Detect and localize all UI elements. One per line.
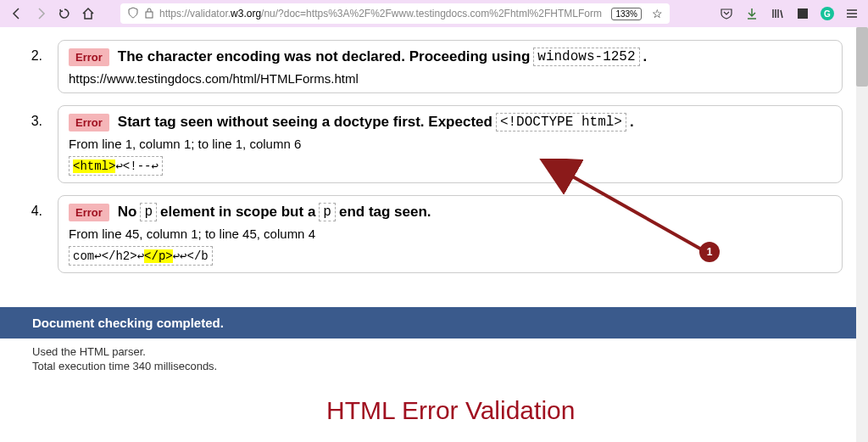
error-list: 2. Error The character encoding was not … [25, 27, 843, 273]
lock-icon [144, 7, 154, 21]
error-item: 2. Error The character encoding was not … [25, 40, 843, 93]
error-badge: Error [69, 48, 109, 66]
error-badge: Error [69, 114, 109, 131]
error-badge: Error [69, 204, 109, 221]
annotation-badge: 1 [699, 242, 720, 262]
annotation-title: HTML Error Validation [326, 396, 575, 425]
svg-rect-0 [146, 12, 153, 18]
error-url: https://www.testingdocs.com/html/HTMLFor… [69, 71, 832, 86]
error-number: 3. [25, 105, 42, 129]
shield-icon [127, 7, 139, 21]
pocket-icon[interactable] [719, 6, 734, 21]
url-text: https://validator.w3.org/nu/?doc=https%3… [159, 8, 606, 20]
error-message: The character encoding was not declared.… [118, 48, 647, 66]
menu-icon[interactable] [844, 6, 860, 21]
home-button[interactable] [80, 5, 97, 22]
parser-info: Used the HTML parser. [32, 345, 843, 358]
url-bar[interactable]: https://validator.w3.org/nu/?doc=https%3… [120, 3, 670, 24]
forward-button[interactable] [32, 5, 49, 22]
error-number: 4. [25, 195, 42, 219]
back-button[interactable] [8, 5, 25, 22]
error-card: Error No p element in scope but a p end … [58, 195, 843, 273]
zoom-level[interactable]: 133% [611, 8, 642, 20]
error-item: 4. Error No p element in scope but a p e… [25, 195, 843, 273]
scrollbar[interactable] [856, 27, 868, 442]
error-card: Error The character encoding was not dec… [58, 40, 843, 93]
error-item: 3. Error Start tag seen without seeing a… [25, 105, 843, 183]
error-message: No p element in scope but a p end tag se… [118, 203, 431, 221]
extension-icon[interactable] [795, 6, 810, 21]
download-icon[interactable] [744, 6, 760, 21]
error-card: Error Start tag seen without seeing a do… [58, 105, 843, 183]
page-content: 2. Error The character encoding was not … [0, 27, 868, 442]
error-number: 2. [25, 40, 42, 64]
error-location: From line 1, column 1; to line 1, column… [69, 137, 832, 151]
error-message: Start tag seen without seeing a doctype … [118, 113, 634, 131]
library-icon[interactable] [770, 6, 785, 21]
svg-rect-1 [798, 8, 808, 19]
browser-toolbar: https://validator.w3.org/nu/?doc=https%3… [0, 0, 868, 27]
footer-info: Used the HTML parser. Total execution ti… [25, 338, 843, 372]
status-bar: Document checking completed. [0, 307, 868, 338]
grammarly-icon[interactable]: G [821, 7, 834, 20]
star-icon[interactable]: ☆ [652, 7, 663, 20]
code-snippet: <html>↩<!--↩ [69, 156, 832, 176]
error-location: From line 45, column 1; to line 45, colu… [69, 227, 832, 241]
reload-button[interactable] [56, 5, 73, 22]
timing-info: Total execution time 340 milliseconds. [32, 360, 843, 372]
